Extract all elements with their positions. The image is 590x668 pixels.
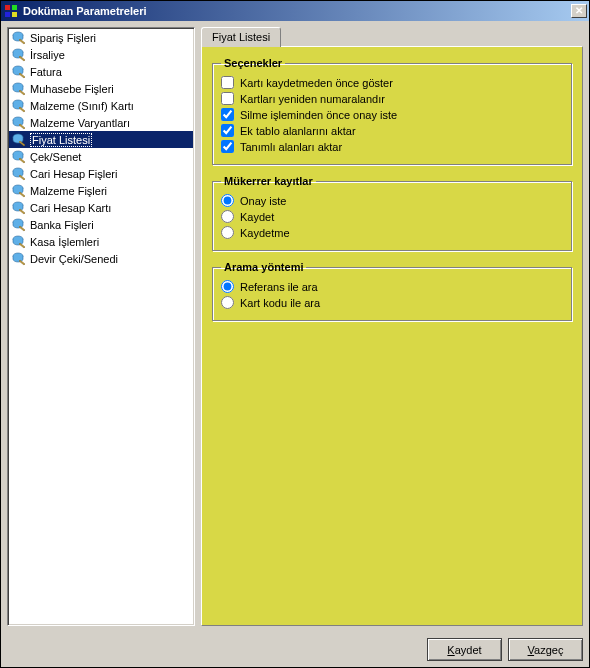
duplicate-radio-1[interactable] — [221, 210, 234, 223]
svg-rect-1 — [12, 5, 17, 10]
document-icon — [11, 48, 27, 62]
sidebar-item-11[interactable]: Banka Fişleri — [9, 216, 193, 233]
option-label-1: Kartları yeniden numaralandır — [240, 93, 385, 105]
sidebar-item-5[interactable]: Malzeme Varyantları — [9, 114, 193, 131]
titlebar: Doküman Parametreleri ✕ — [1, 1, 589, 21]
option-checkbox-4[interactable] — [221, 140, 234, 153]
search-radio-1[interactable] — [221, 296, 234, 309]
sidebar-item-3[interactable]: Muhasebe Fişleri — [9, 80, 193, 97]
option-row-3: Ek tablo alanlarını aktar — [221, 124, 563, 137]
document-icon — [11, 218, 27, 232]
sidebar-item-label: Fiyat Listesi — [30, 133, 92, 147]
save-button[interactable]: Kaydet — [427, 638, 502, 661]
option-row-4: Tanımlı alanları aktar — [221, 140, 563, 153]
document-icon — [11, 167, 27, 181]
sidebar-item-label: Banka Fişleri — [30, 219, 94, 231]
cancel-button-rest: azgeç — [534, 644, 563, 656]
duplicate-radio-0[interactable] — [221, 194, 234, 207]
sidebar-item-label: Malzeme Varyantları — [30, 117, 130, 129]
sidebar-item-12[interactable]: Kasa İşlemleri — [9, 233, 193, 250]
document-icon — [11, 99, 27, 113]
duplicate-label-0: Onay iste — [240, 195, 286, 207]
tab-fiyat-listesi[interactable]: Fiyat Listesi — [201, 27, 281, 47]
svg-rect-2 — [5, 12, 10, 17]
document-icon — [11, 252, 27, 266]
document-icon — [11, 116, 27, 130]
document-icon — [11, 31, 27, 45]
document-icon — [11, 201, 27, 215]
sidebar-item-label: İrsaliye — [30, 49, 65, 61]
sidebar-item-10[interactable]: Cari Hesap Kartı — [9, 199, 193, 216]
sidebar-item-label: Muhasebe Fişleri — [30, 83, 114, 95]
sidebar-item-label: Çek/Senet — [30, 151, 81, 163]
group-duplicates: Mükerrer kayıtlar Onay isteKaydetKaydetm… — [212, 175, 572, 251]
sidebar[interactable]: Sipariş FişleriİrsaliyeFaturaMuhasebe Fi… — [7, 27, 195, 626]
sidebar-item-2[interactable]: Fatura — [9, 63, 193, 80]
app-icon — [3, 3, 19, 19]
search-label-0: Referans ile ara — [240, 281, 318, 293]
sidebar-item-1[interactable]: İrsaliye — [9, 46, 193, 63]
option-label-0: Kartı kaydetmeden önce göster — [240, 77, 393, 89]
search-row-0: Referans ile ara — [221, 280, 563, 293]
document-icon — [11, 184, 27, 198]
window-title: Doküman Parametreleri — [23, 5, 571, 17]
sidebar-item-13[interactable]: Devir Çeki/Senedi — [9, 250, 193, 267]
document-icon — [11, 65, 27, 79]
search-radio-0[interactable] — [221, 280, 234, 293]
tab-content: Seçenekler Kartı kaydetmeden önce göster… — [201, 46, 583, 626]
save-button-rest: aydet — [455, 644, 482, 656]
group-options: Seçenekler Kartı kaydetmeden önce göster… — [212, 57, 572, 165]
group-search-method: Arama yöntemi Referans ile araKart kodu … — [212, 261, 572, 321]
group-duplicates-legend: Mükerrer kayıtlar — [221, 175, 316, 187]
sidebar-item-label: Cari Hesap Fişleri — [30, 168, 117, 180]
close-button[interactable]: ✕ — [571, 4, 587, 18]
sidebar-item-7[interactable]: Çek/Senet — [9, 148, 193, 165]
option-row-2: Silme işleminden önce onay iste — [221, 108, 563, 121]
option-checkbox-2[interactable] — [221, 108, 234, 121]
sidebar-item-0[interactable]: Sipariş Fişleri — [9, 29, 193, 46]
svg-rect-3 — [12, 12, 17, 17]
document-icon — [11, 235, 27, 249]
sidebar-item-label: Sipariş Fişleri — [30, 32, 96, 44]
search-row-1: Kart kodu ile ara — [221, 296, 563, 309]
document-icon — [11, 133, 27, 147]
svg-rect-0 — [5, 5, 10, 10]
option-label-3: Ek tablo alanlarını aktar — [240, 125, 356, 137]
sidebar-item-9[interactable]: Malzeme Fişleri — [9, 182, 193, 199]
sidebar-item-4[interactable]: Malzeme (Sınıf) Kartı — [9, 97, 193, 114]
button-row: Kaydet Vazgeç — [1, 632, 589, 667]
duplicate-row-1: Kaydet — [221, 210, 563, 223]
document-icon — [11, 82, 27, 96]
tab-row: Fiyat Listesi — [201, 27, 583, 47]
sidebar-item-label: Malzeme (Sınıf) Kartı — [30, 100, 134, 112]
sidebar-item-6[interactable]: Fiyat Listesi — [9, 131, 193, 148]
option-checkbox-3[interactable] — [221, 124, 234, 137]
sidebar-item-8[interactable]: Cari Hesap Fişleri — [9, 165, 193, 182]
sidebar-item-label: Kasa İşlemleri — [30, 236, 99, 248]
duplicate-label-2: Kaydetme — [240, 227, 290, 239]
option-row-1: Kartları yeniden numaralandır — [221, 92, 563, 105]
sidebar-item-label: Malzeme Fişleri — [30, 185, 107, 197]
option-label-4: Tanımlı alanları aktar — [240, 141, 342, 153]
duplicate-label-1: Kaydet — [240, 211, 274, 223]
option-checkbox-1[interactable] — [221, 92, 234, 105]
sidebar-item-label: Cari Hesap Kartı — [30, 202, 111, 214]
duplicate-row-0: Onay iste — [221, 194, 563, 207]
cancel-button[interactable]: Vazgeç — [508, 638, 583, 661]
sidebar-item-label: Fatura — [30, 66, 62, 78]
group-search-legend: Arama yöntemi — [221, 261, 306, 273]
option-label-2: Silme işleminden önce onay iste — [240, 109, 397, 121]
duplicate-radio-2[interactable] — [221, 226, 234, 239]
sidebar-item-label: Devir Çeki/Senedi — [30, 253, 118, 265]
option-checkbox-0[interactable] — [221, 76, 234, 89]
search-label-1: Kart kodu ile ara — [240, 297, 320, 309]
duplicate-row-2: Kaydetme — [221, 226, 563, 239]
document-icon — [11, 150, 27, 164]
group-options-legend: Seçenekler — [221, 57, 285, 69]
option-row-0: Kartı kaydetmeden önce göster — [221, 76, 563, 89]
